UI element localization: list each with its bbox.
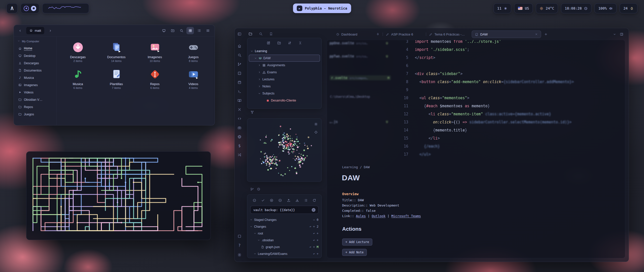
sidebar-item-musica[interactable]: ♪Musica — [17, 74, 54, 81]
weather-module[interactable]: 24°C — [536, 3, 558, 13]
sidebar-item-obsidian-v[interactable]: Obsidian V… — [17, 96, 54, 103]
graph-settings-button[interactable] — [313, 122, 318, 127]
ribbon-camera-button[interactable] — [236, 125, 243, 130]
collapse-all-button[interactable] — [298, 40, 303, 46]
tab-dashboard[interactable]: Dashboard — [333, 30, 383, 38]
search-button[interactable] — [178, 27, 185, 34]
link-microsoft-teams[interactable]: Microsoft Teams — [391, 214, 421, 218]
sidebar-item-repos[interactable]: Repos — [17, 103, 54, 111]
ribbon-gear-button[interactable] — [236, 252, 243, 258]
breadcrumb[interactable]: matt — [26, 27, 45, 35]
sidebar-item-home[interactable]: Home — [17, 45, 54, 52]
ribbon-help-button[interactable]: ? — [236, 243, 243, 248]
play-icon[interactable] — [297, 6, 302, 11]
tab-list-button[interactable] — [611, 31, 618, 38]
list-view-button[interactable] — [195, 27, 203, 34]
clock-icon[interactable] — [257, 187, 260, 191]
new-note-button[interactable] — [266, 40, 271, 46]
search-pane-tab[interactable] — [258, 31, 264, 37]
ribbon-calendar-button[interactable] — [236, 80, 243, 85]
close-icon[interactable] — [535, 33, 538, 36]
new-tab-button[interactable] — [542, 30, 550, 38]
folder-videos[interactable]: Videos4 items — [174, 68, 213, 89]
git-item-root[interactable]: root↶+ — [247, 230, 321, 237]
ribbon-dollar-button[interactable]: $ — [236, 143, 243, 149]
discard-button[interactable]: ↶ — [313, 252, 315, 256]
volume-module[interactable]: 100% — [594, 3, 617, 13]
commit-message-input[interactable]: vault backup: {{date}} — [250, 206, 318, 214]
bookmark-pane-tab[interactable] — [268, 31, 274, 37]
note-breadcrumb[interactable]: Learning / DAW — [342, 165, 370, 169]
tree-item-assignments[interactable]: Assignments — [249, 62, 320, 69]
unstage-all-button[interactable] — [277, 197, 283, 203]
sidebar-item-imagenes[interactable]: Imagenes — [17, 81, 54, 89]
discard-button[interactable]: ↶ — [309, 245, 311, 249]
tree-item-subjects[interactable]: Subjects — [249, 90, 320, 97]
stage-button[interactable]: + — [313, 245, 315, 249]
ribbon-search-button[interactable] — [236, 52, 243, 58]
add-lecture-button[interactable]: + Add Lecture — [342, 239, 372, 246]
ribbon-book-open-button[interactable] — [236, 98, 243, 103]
git-item-graph-json[interactable]: graph.json↶+M — [247, 244, 321, 250]
unstage-all-button[interactable]: − — [313, 218, 315, 222]
grid-view-button[interactable] — [186, 27, 194, 34]
tree-item-daw[interactable]: DAW — [249, 55, 320, 62]
stage-button[interactable]: + — [317, 232, 318, 235]
ribbon-panel-left-button[interactable] — [236, 31, 243, 37]
new-folder-button[interactable] — [276, 40, 282, 46]
keyboard-layout-module[interactable]: US — [514, 3, 533, 13]
tree-item-notes[interactable]: Notes — [249, 83, 320, 90]
backup-button[interactable] — [252, 197, 257, 203]
graph-view-canvas[interactable] — [247, 119, 321, 182]
ribbon-git-branch-button[interactable] — [236, 61, 243, 67]
git-item-learning-daw-exams[interactable]: Learning/DAW/Exams↶+ — [247, 250, 321, 257]
stage-button[interactable]: + — [317, 239, 318, 242]
launcher-button[interactable]: Λ — [7, 3, 18, 13]
git-item-changes[interactable]: Changes↶+2 — [247, 223, 321, 230]
tree-item-learning[interactable]: Learning — [249, 48, 320, 55]
stage-button[interactable]: + — [317, 252, 318, 256]
graph-focus-button[interactable] — [313, 130, 318, 135]
discard-button[interactable]: ↶ — [313, 232, 315, 235]
workspace-icon[interactable] — [31, 6, 36, 11]
git-branch-icon[interactable] — [250, 187, 254, 191]
folder-repos[interactable]: Repos6 items — [136, 68, 174, 89]
link-aules[interactable]: Aules — [356, 214, 366, 218]
git-item-staged-changes[interactable]: Staged Changes−0 — [247, 216, 321, 223]
tab-tema-6-pr-cticas[interactable]: Tema 6 Prácticas -… — [426, 30, 472, 38]
push-button[interactable] — [286, 197, 292, 203]
folder-plantillas[interactable]: Plantillas7 items — [97, 68, 136, 89]
commit-button[interactable] — [260, 197, 266, 203]
discard-button[interactable]: ↶ — [309, 225, 311, 228]
stage-button[interactable]: + — [313, 225, 315, 228]
ribbon-shuffle-button[interactable] — [236, 152, 243, 158]
sidebar-item-descargas[interactable]: Descargas — [17, 59, 54, 67]
folder-descargas[interactable]: Descargas2 items — [59, 41, 97, 62]
git-item-obsidian[interactable]: .obsidian↶+ — [247, 237, 321, 244]
sidebar-item-juegos[interactable]: Juegos — [17, 111, 54, 118]
tab-daw[interactable]: DAW — [472, 30, 541, 38]
ribbon-terminal-button[interactable] — [236, 89, 243, 94]
add-note-button[interactable]: + Add Note — [342, 249, 367, 256]
clock-module[interactable]: 18:08:28 — [561, 3, 591, 13]
workspace-indicators[interactable] — [21, 3, 39, 13]
tree-item-desarrollo-cliente[interactable]: Desarrollo-Cliente — [249, 97, 320, 104]
pull-button[interactable] — [295, 197, 300, 203]
split-editor-button[interactable] — [618, 31, 625, 38]
editor-pane[interactable]: 3import mementoes from '../../store.js'4… — [327, 40, 625, 258]
ribbon-box-button[interactable] — [236, 233, 243, 239]
folder-pane-tab[interactable] — [247, 31, 253, 37]
sidebar-item-videos[interactable]: Videos — [17, 89, 54, 96]
tree-item-lectures[interactable]: Lectures — [249, 76, 320, 83]
discard-button[interactable]: ↶ — [313, 239, 315, 242]
file-manager-titlebar[interactable]: matt — [14, 25, 215, 37]
folder-juegos[interactable]: Juegos8 items — [174, 41, 213, 62]
sort-button[interactable] — [287, 40, 293, 46]
workspace-icon-active[interactable] — [24, 6, 29, 11]
sidebar-item-documentos[interactable]: Documentos — [17, 67, 54, 74]
tree-item-exams[interactable]: Exams — [249, 69, 320, 76]
git-fork-icon[interactable] — [250, 110, 254, 114]
ribbon-home-button[interactable] — [236, 43, 243, 49]
menu-button[interactable] — [204, 27, 212, 34]
ribbon-dice-button[interactable] — [236, 71, 243, 76]
